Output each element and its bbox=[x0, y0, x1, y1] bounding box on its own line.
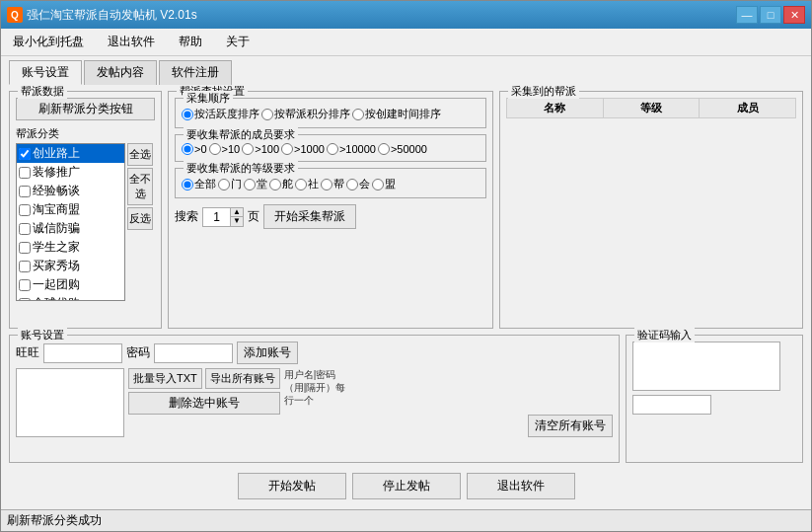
list-item-checkbox[interactable] bbox=[19, 242, 31, 254]
page-input[interactable] bbox=[203, 208, 231, 226]
maximize-button[interactable]: □ bbox=[760, 6, 781, 24]
list-item-checkbox[interactable] bbox=[19, 204, 31, 216]
delete-account-button[interactable]: 删除选中账号 bbox=[128, 392, 280, 415]
radio-member-10000[interactable]: >10000 bbox=[327, 143, 376, 155]
account-settings-panel: 账号设置 旺旺 密码 添加账号 批量导入TXT 导出所有账号 bbox=[9, 335, 620, 463]
list-item-checkbox[interactable] bbox=[19, 279, 31, 291]
list-item[interactable]: 诚信防骗 bbox=[17, 219, 124, 238]
start-post-button[interactable]: 开始发帖 bbox=[238, 473, 346, 499]
tab-register[interactable]: 软件注册 bbox=[159, 60, 232, 85]
select-all-button[interactable]: 全选 bbox=[127, 143, 153, 166]
window-controls: — □ ✕ bbox=[736, 6, 805, 24]
list-item[interactable]: 装修推广 bbox=[17, 163, 124, 182]
app-icon: Q bbox=[7, 7, 23, 23]
radio-level-hui[interactable]: 会 bbox=[346, 177, 370, 191]
list-item[interactable]: 淘宝商盟 bbox=[17, 200, 124, 219]
account-middle: 批量导入TXT 导出所有账号 删除选中账号 用户名|密码（用|隔开）每行一个 清… bbox=[16, 368, 613, 437]
level-req-group: 要收集帮派的等级要求 全部 门 堂 bbox=[175, 168, 486, 198]
col-member: 成员 bbox=[700, 99, 796, 118]
radio-member-50000[interactable]: >50000 bbox=[378, 143, 427, 155]
list-item-checkbox[interactable] bbox=[19, 186, 31, 197]
radio-level-men[interactable]: 门 bbox=[218, 177, 242, 191]
tab-account[interactable]: 账号设置 bbox=[9, 60, 82, 85]
captcha-image bbox=[632, 342, 780, 391]
radio-level-bang[interactable]: 帮 bbox=[321, 177, 344, 191]
list-item-checkbox[interactable] bbox=[19, 148, 31, 160]
radio-level-all[interactable]: 全部 bbox=[182, 177, 216, 191]
top-row: 帮派数据 刷新帮派分类按钮 帮派分类 创业路上 装修推广 bbox=[9, 91, 803, 329]
spinner-buttons: ▲ ▼ bbox=[231, 208, 243, 226]
radio-level-she[interactable]: 社 bbox=[295, 177, 319, 191]
member-req-group: 要收集帮派的成员要求 >0 >10 >100 bbox=[175, 134, 486, 162]
list-item[interactable]: 一起团购 bbox=[17, 275, 124, 294]
radio-level-duo[interactable]: 舵 bbox=[269, 177, 293, 191]
main-window: Q 强仁淘宝帮派自动发帖机 V2.01s — □ ✕ 最小化到托盘 退出软件 帮… bbox=[0, 0, 812, 532]
radio-member-100[interactable]: >100 bbox=[242, 143, 279, 155]
search-row: 搜索 ▲ ▼ 页 开始采集帮派 bbox=[175, 204, 486, 229]
radio-activity[interactable]: 按活跃度排序 bbox=[182, 107, 259, 121]
list-item[interactable]: 全球优购 bbox=[17, 294, 124, 301]
radio-time[interactable]: 按创建时间排序 bbox=[352, 107, 441, 121]
menu-exit[interactable]: 退出软件 bbox=[104, 32, 159, 52]
radio-level-tang[interactable]: 堂 bbox=[244, 177, 267, 191]
member-req-title: 要收集帮派的成员要求 bbox=[184, 127, 298, 142]
main-content: 帮派数据 刷新帮派分类按钮 帮派分类 创业路上 装修推广 bbox=[1, 85, 811, 509]
collect-order-group: 采集顺序 按活跃度排序 按帮派积分排序 按创建时间排序 bbox=[175, 98, 486, 128]
action-buttons-row: 开始发帖 停止发帖 退出软件 bbox=[9, 469, 803, 503]
clear-accounts-button[interactable]: 清空所有账号 bbox=[528, 415, 613, 437]
wangwang-input[interactable] bbox=[43, 343, 122, 363]
radio-member-0[interactable]: >0 bbox=[182, 143, 207, 155]
col-level: 等级 bbox=[603, 99, 700, 118]
stop-post-button[interactable]: 停止发帖 bbox=[352, 473, 461, 499]
tab-bar: 账号设置 发帖内容 软件注册 bbox=[1, 56, 811, 85]
list-item[interactable]: 学生之家 bbox=[17, 238, 124, 257]
gang-category-list[interactable]: 创业路上 装修推广 经验畅谈 淘宝商盟 bbox=[16, 143, 125, 301]
menu-minimize-tray[interactable]: 最小化到托盘 bbox=[9, 32, 88, 52]
status-bar: 刷新帮派分类成功 bbox=[1, 509, 811, 531]
close-button[interactable]: ✕ bbox=[783, 6, 805, 24]
list-item-checkbox[interactable] bbox=[19, 298, 31, 302]
menubar: 最小化到托盘 退出软件 帮助 关于 bbox=[1, 29, 811, 56]
collected-gang-title: 采集到的帮派 bbox=[508, 85, 579, 99]
list-item[interactable]: 买家秀场 bbox=[17, 257, 124, 275]
reverse-select-button[interactable]: 反选 bbox=[127, 207, 153, 230]
account-settings-title: 账号设置 bbox=[18, 328, 67, 342]
gang-category-label: 帮派分类 bbox=[16, 126, 155, 141]
radio-member-1000[interactable]: >1000 bbox=[281, 143, 325, 155]
collected-table: 名称 等级 成员 bbox=[506, 98, 796, 118]
batch-import-button[interactable]: 批量导入TXT bbox=[128, 368, 202, 389]
minimize-button[interactable]: — bbox=[736, 6, 758, 24]
account-row1: 旺旺 密码 添加账号 bbox=[16, 342, 613, 364]
menu-about[interactable]: 关于 bbox=[222, 32, 254, 52]
radio-score[interactable]: 按帮派积分排序 bbox=[261, 107, 350, 121]
gang-search-panel: 帮派查找设置 采集顺序 按活跃度排序 按帮派积分排序 bbox=[168, 91, 493, 329]
tab-post-content[interactable]: 发帖内容 bbox=[84, 60, 157, 85]
menu-help[interactable]: 帮助 bbox=[175, 32, 206, 52]
list-item-checkbox[interactable] bbox=[19, 167, 31, 179]
list-item[interactable]: 经验畅谈 bbox=[17, 182, 124, 200]
window-title: 强仁淘宝帮派自动发帖机 V2.01s bbox=[27, 7, 736, 24]
account-textarea[interactable] bbox=[16, 368, 124, 437]
refresh-category-button[interactable]: 刷新帮派分类按钮 bbox=[16, 98, 155, 120]
add-account-button[interactable]: 添加账号 bbox=[237, 342, 298, 364]
list-item[interactable]: 创业路上 bbox=[17, 144, 124, 163]
gang-data-title: 帮派数据 bbox=[18, 85, 67, 99]
list-item-checkbox[interactable] bbox=[19, 261, 31, 272]
list-item-checkbox[interactable] bbox=[19, 223, 31, 235]
password-input[interactable] bbox=[154, 343, 233, 363]
captcha-panel: 验证码输入 bbox=[626, 335, 803, 463]
export-button[interactable]: 导出所有账号 bbox=[205, 368, 280, 389]
start-collect-button[interactable]: 开始采集帮派 bbox=[263, 204, 356, 229]
account-action-buttons: 批量导入TXT 导出所有账号 删除选中账号 bbox=[128, 368, 280, 437]
radio-level-meng[interactable]: 盟 bbox=[372, 177, 396, 191]
spinner-down[interactable]: ▼ bbox=[231, 217, 243, 226]
search-label: 搜索 bbox=[175, 208, 198, 225]
status-text: 刷新帮派分类成功 bbox=[7, 513, 102, 527]
captcha-input[interactable] bbox=[632, 395, 711, 415]
page-spinner: ▲ ▼ bbox=[202, 207, 244, 227]
collect-order-title: 采集顺序 bbox=[184, 91, 233, 106]
exit-software-button[interactable]: 退出软件 bbox=[467, 473, 575, 499]
deselect-all-button[interactable]: 全不选 bbox=[127, 168, 153, 205]
account-note: 用户名|密码（用|隔开）每行一个 bbox=[284, 368, 353, 437]
radio-member-10[interactable]: >10 bbox=[209, 143, 241, 155]
